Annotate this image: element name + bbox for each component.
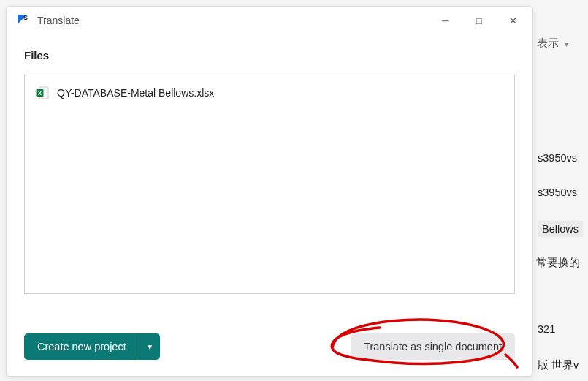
background-text: Bellows: [538, 221, 583, 237]
file-name-label: QY-DATABASE-Metal Bellows.xlsx: [57, 87, 214, 99]
chevron-down-icon: ▼: [146, 343, 153, 351]
background-text: 常要换的: [536, 256, 580, 270]
minimize-button[interactable]: ─: [429, 9, 462, 32]
background-text: s3950vs: [538, 152, 577, 164]
titlebar: S Translate ─ □ ✕: [7, 7, 532, 34]
maximize-button[interactable]: □: [462, 9, 496, 32]
translate-single-document-button[interactable]: Translate as single document: [351, 333, 515, 360]
translate-dialog: S Translate ─ □ ✕ Files X: [6, 6, 533, 377]
chevron-down-icon: ▾: [565, 40, 568, 48]
create-project-button[interactable]: Create new project: [24, 333, 140, 360]
background-text: 版 世界v: [538, 358, 579, 372]
excel-file-icon: X: [35, 86, 50, 100]
background-text: 321: [538, 323, 555, 335]
maximize-icon: □: [476, 15, 482, 26]
files-list-box[interactable]: X QY-DATABASE-Metal Bellows.xlsx: [24, 75, 515, 294]
window-controls: ─ □ ✕: [429, 9, 530, 32]
background-text: 表示 ▾: [537, 37, 568, 50]
background-text: s3950vs: [538, 186, 577, 198]
create-project-dropdown-button[interactable]: ▼: [140, 333, 160, 360]
app-logo-icon: S: [17, 14, 30, 27]
file-item[interactable]: X QY-DATABASE-Metal Bellows.xlsx: [35, 86, 504, 100]
svg-text:X: X: [38, 90, 42, 97]
dialog-body: Files X QY-DATABASE-Metal Bellows.xlsx: [7, 34, 532, 294]
dialog-title: Translate: [37, 15, 429, 26]
close-icon: ✕: [509, 15, 517, 26]
files-heading: Files: [24, 49, 515, 61]
dialog-footer: Create new project ▼ Translate as single…: [24, 332, 515, 361]
close-button[interactable]: ✕: [496, 9, 530, 32]
minimize-icon: ─: [442, 15, 448, 26]
create-project-group: Create new project ▼: [24, 333, 160, 360]
svg-text:S: S: [23, 14, 28, 21]
